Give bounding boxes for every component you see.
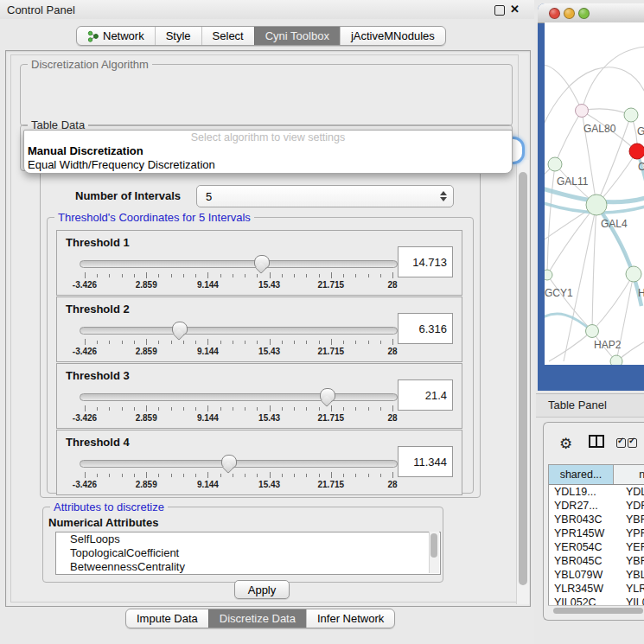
network-edge[interactable] xyxy=(592,274,634,331)
slider-tick-label: -3.426 xyxy=(59,413,111,423)
tab-discretize-data[interactable]: Discretize Data xyxy=(208,609,306,628)
network-node[interactable] xyxy=(610,355,622,365)
slider-thumb[interactable] xyxy=(172,322,188,335)
network-edge[interactable] xyxy=(547,275,592,331)
table-row[interactable]: YBR043CYBR0 xyxy=(549,513,644,526)
slider-tick xyxy=(343,274,344,277)
network-node[interactable] xyxy=(548,157,562,171)
slider-tick xyxy=(380,274,381,277)
threshold-value-field[interactable]: 21.4 xyxy=(398,379,453,411)
table-row[interactable]: YBL079WYBL0 xyxy=(549,568,644,582)
dropdown-option[interactable]: Equal Width/Frequency Discretization xyxy=(24,158,512,172)
network-node-label: H xyxy=(638,287,644,299)
slider-tick xyxy=(245,474,245,477)
float-window-icon[interactable] xyxy=(494,5,505,16)
close-traffic-light[interactable] xyxy=(549,8,560,19)
threshold-slider[interactable]: -3.4262.8599.14415.4321.71528 xyxy=(80,320,396,358)
slider-tick-label: 15.43 xyxy=(244,480,296,489)
threshold-slider[interactable]: -3.4262.8599.14415.4321.71528 xyxy=(80,386,396,424)
attribute-list-item[interactable]: SelfLoops xyxy=(56,532,440,546)
table-horizontal-scrollbar[interactable] xyxy=(548,605,644,615)
slider-tick xyxy=(245,407,245,411)
network-node[interactable] xyxy=(586,194,607,215)
slider-tick xyxy=(355,341,356,344)
slider-thumb[interactable] xyxy=(320,388,335,402)
tab-jactivemnodules[interactable]: jActiveMNodules xyxy=(340,27,445,45)
table-column-header[interactable]: shared... xyxy=(549,465,614,484)
slider-tick xyxy=(319,474,320,477)
slider-thumb[interactable] xyxy=(254,255,270,269)
slider-tick xyxy=(158,474,159,477)
slider-tick xyxy=(270,339,271,345)
slider-tick-label: 2.859 xyxy=(120,347,172,356)
network-edge[interactable] xyxy=(555,111,582,164)
slider-tick xyxy=(97,341,98,344)
network-edge-thick[interactable] xyxy=(545,314,592,331)
tab-select[interactable]: Select xyxy=(201,27,254,45)
slider-tick xyxy=(343,474,344,477)
slider-tick xyxy=(207,272,208,278)
slider-thumb[interactable] xyxy=(221,455,237,469)
apply-button[interactable]: Apply xyxy=(234,580,290,599)
network-edge[interactable] xyxy=(582,109,631,115)
network-node[interactable] xyxy=(626,266,641,282)
network-node[interactable] xyxy=(545,270,552,280)
tab-label: Impute Data xyxy=(137,612,198,625)
minimize-traffic-light[interactable] xyxy=(564,8,575,19)
slider-tick xyxy=(171,341,172,344)
slider-tick-label: 9.144 xyxy=(182,480,233,489)
table-row[interactable]: YDR27...YDR2 xyxy=(549,499,644,513)
attributes-list-scrollbar[interactable] xyxy=(429,532,439,573)
network-node[interactable] xyxy=(624,108,638,122)
table-column-header[interactable]: name xyxy=(614,465,644,484)
column-split-icon[interactable] xyxy=(589,435,604,448)
slider-track xyxy=(80,327,398,335)
tab-cyni-toolbox[interactable]: Cyni Toolbox xyxy=(254,27,340,45)
tab-infer-network[interactable]: Infer Network xyxy=(306,609,394,628)
settings-gear-icon[interactable]: ⚙ xyxy=(559,435,572,453)
threshold-slider[interactable]: -3.4262.8599.14415.4321.71528 xyxy=(80,453,396,491)
attribute-list-item[interactable]: TopologicalCoefficient xyxy=(56,546,440,560)
close-icon[interactable]: ✕ xyxy=(510,3,520,16)
attributes-group: Attributes to discretize Numerical Attri… xyxy=(42,507,443,583)
tab-network[interactable]: Network xyxy=(77,27,155,45)
table-row[interactable]: YLR345WYLR3 xyxy=(549,582,644,596)
table-row[interactable]: YBR045CYBR0 xyxy=(549,554,644,568)
network-edge[interactable] xyxy=(549,331,592,361)
table-cell: YBR043C xyxy=(549,513,619,526)
slider-tick xyxy=(134,341,135,344)
table-panel-window: ⚙ shared...name YDL19...YDL1YDR27...YDR2… xyxy=(543,422,644,621)
tab-impute-data[interactable]: Impute Data xyxy=(126,609,208,628)
network-edge[interactable] xyxy=(545,65,582,111)
threshold-slider[interactable]: -3.4262.8599.14415.4321.71528 xyxy=(80,253,396,291)
slider-tick-label: 21.715 xyxy=(305,280,357,290)
slider-track xyxy=(80,260,398,268)
network-edge[interactable] xyxy=(582,47,644,111)
attribute-list-item[interactable]: BetweennessCentrality xyxy=(56,560,440,574)
threshold-value-field[interactable]: 11.344 xyxy=(398,446,453,477)
panel-vertical-scrollbar[interactable] xyxy=(516,160,529,604)
select-columns-icon[interactable] xyxy=(616,437,639,450)
tab-style[interactable]: Style xyxy=(155,27,201,45)
window-title: Control Panel xyxy=(7,3,75,16)
table-row[interactable]: YPR145WYPR1 xyxy=(549,526,644,540)
network-node[interactable] xyxy=(629,143,644,159)
table-row[interactable]: YER054CYER0 xyxy=(549,540,644,554)
dropdown-option[interactable]: Manual Discretization xyxy=(24,144,512,158)
threshold-value-field[interactable]: 14.713 xyxy=(398,246,453,277)
threshold-value-field[interactable]: 6.316 xyxy=(398,313,453,344)
network-node[interactable] xyxy=(576,105,589,118)
table-cell: YBL0 xyxy=(619,568,644,582)
slider-tick-label: -3.426 xyxy=(59,280,111,290)
table-row[interactable]: YDL19...YDL1 xyxy=(549,485,644,499)
table-cell: YPR1 xyxy=(619,526,644,540)
threshold-label: Threshold 4 xyxy=(66,436,130,449)
table-cell: YDL19... xyxy=(549,485,619,499)
network-graph xyxy=(545,22,644,365)
network-canvas[interactable]: GAL80GACGAL11GAL4GCY1HHAP2 xyxy=(545,22,644,365)
slider-tick xyxy=(220,474,221,477)
network-edge[interactable] xyxy=(547,164,555,275)
zoom-traffic-light[interactable] xyxy=(578,8,590,19)
number-of-intervals-combobox[interactable]: 5 xyxy=(196,185,454,207)
network-node[interactable] xyxy=(586,325,599,338)
